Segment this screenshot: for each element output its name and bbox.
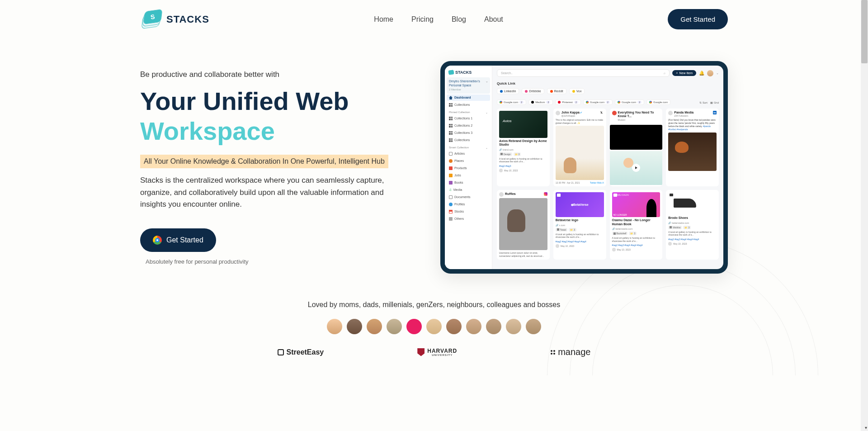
logo-manage: manage: [551, 347, 590, 357]
user-avatar: [526, 319, 541, 334]
quicklink-dribbble[interactable]: Dribbble: [522, 88, 544, 94]
chevron-down-icon[interactable]: ⌄: [716, 71, 719, 75]
pinterest-icon: [558, 101, 561, 104]
hero-title-line1: Your Unified Web: [140, 87, 422, 115]
card-image: [668, 133, 717, 171]
sort-button[interactable]: ⇅ Sort: [699, 101, 708, 104]
workspace-selector[interactable]: Dmytro Sheremetiev's Personal Space ⌄ 2 …: [447, 77, 490, 94]
get-started-header-button[interactable]: Get Started: [668, 9, 728, 29]
quicklink-vox[interactable]: Vox: [569, 88, 585, 94]
verified-icon: ✔: [580, 111, 582, 114]
instagram-icon: [544, 192, 547, 196]
sidebar-smart-articles[interactable]: Articles: [447, 151, 490, 157]
card-shoe[interactable]: Brodo Shoes 🔗 betterstacks.com Wishlist📁…: [666, 190, 719, 260]
sidebar-smart-places[interactable]: Places: [447, 158, 490, 164]
collection-icon: [449, 138, 453, 142]
grid-view-button[interactable]: ▦ Grid: [710, 101, 719, 104]
google-icon: [618, 101, 620, 104]
hero-highlight: All Your Online Knowledge & Collaboratio…: [140, 155, 388, 168]
brand-logo[interactable]: STACKS: [140, 10, 209, 28]
get-started-hero-button[interactable]: Get Started: [140, 228, 216, 252]
sidebar-item-dashboard[interactable]: Dashboard: [447, 95, 490, 101]
nav-blog[interactable]: Blog: [452, 15, 466, 24]
cta-label: Get Started: [166, 236, 203, 244]
sidebar-smart-books[interactable]: Books: [447, 180, 490, 186]
card-image: [668, 192, 717, 215]
nav-home[interactable]: Home: [374, 15, 393, 24]
sidebar-smart-jobs[interactable]: Jobs: [447, 172, 490, 179]
card-image: [610, 151, 663, 185]
jobs-icon: [449, 174, 453, 177]
quicklink-reddit[interactable]: Reddit: [547, 88, 566, 94]
filter-google-1[interactable]: Google.com2: [497, 99, 526, 105]
scrollbar-track[interactable]: ▾: [861, 0, 868, 375]
sidebar-pinned-4[interactable]: Collections: [447, 137, 490, 143]
card-video[interactable]: Everything You Need To Know T... Mudani: [610, 109, 663, 186]
bell-icon[interactable]: 🔔: [699, 71, 704, 76]
sidebar-pinned-1[interactable]: Collections 1: [447, 115, 490, 122]
filter-pinterest[interactable]: Pinterest2: [555, 99, 580, 105]
streeteasy-icon: [278, 349, 284, 355]
chart-icon: [449, 210, 453, 213]
search-icon: ⌕: [664, 71, 665, 75]
card-osamu[interactable]: OSAMU DAZAI NO LONGER Osamu Dazai - No L…: [610, 190, 663, 260]
sidebar-smart-documents[interactable]: Documents: [447, 194, 490, 200]
document-icon: [449, 195, 453, 199]
linkedin-icon: in: [713, 111, 717, 114]
sidebar-section-smart: Smart Collection⌄: [447, 144, 490, 150]
sidebar-smart-stocks[interactable]: Stocks: [447, 208, 490, 215]
user-avatar: [387, 319, 402, 334]
grid-icon: [449, 103, 453, 107]
collection-icon: [449, 131, 453, 135]
nav-about[interactable]: About: [484, 15, 503, 24]
hero-subtext: Absolutely free for personal productivit…: [146, 258, 422, 265]
google-icon: [649, 101, 652, 104]
play-icon: [689, 199, 697, 208]
google-icon: [500, 101, 502, 104]
quicklink-linkedin[interactable]: LinkedIn: [497, 88, 519, 94]
home-icon: [449, 96, 453, 99]
chevron-down-icon[interactable]: ⌄: [486, 111, 488, 114]
card-axios[interactable]: Axios Rebrand Design by Acme Studio 🔗 br…: [497, 109, 550, 186]
user-avatar[interactable]: [707, 70, 713, 76]
card-image: [610, 125, 663, 150]
filter-google-2[interactable]: Google.com2: [583, 99, 613, 105]
sidebar-smart-products[interactable]: Products: [447, 165, 490, 171]
user-avatar: [466, 319, 481, 334]
filter-google-3[interactable]: Google.com2: [615, 99, 644, 105]
sidebar-pinned-2[interactable]: Collections 2: [447, 123, 490, 129]
user-avatar: [327, 319, 342, 334]
sidebar-pinned-3[interactable]: Collections 3: [447, 130, 490, 136]
sidebar-section-pinned: Pinned Collection⌄: [447, 109, 490, 114]
avatar: [556, 111, 560, 115]
new-item-button[interactable]: +New Item: [672, 70, 696, 76]
card-betaverse[interactable]: ◈ BetaVerse Betaverse logo 🔗 x.com Tweet…: [553, 190, 606, 260]
logo-harvard: HARVARDUNIVERSITY: [417, 348, 457, 356]
user-avatar: [486, 319, 501, 334]
filter-google-4[interactable]: Google.com: [646, 99, 670, 105]
filter-medium[interactable]: Medium2: [528, 99, 553, 105]
avatar: [612, 111, 617, 115]
card-tweet[interactable]: John Kappa ✔ @JohnKappa 𝕏 This is the or…: [553, 109, 606, 186]
hero-description: Stacks is the centralized workspace wher…: [140, 175, 393, 210]
card-dog[interactable]: Ruffles Username Lorem ipsum dolor sit a…: [497, 190, 550, 260]
card-image: [556, 126, 604, 180]
dribbble-icon: [525, 90, 528, 93]
nav-pricing[interactable]: Pricing: [411, 15, 434, 24]
scrollbar-thumb[interactable]: [861, 0, 868, 63]
sidebar-smart-media[interactable]: ♫Media: [447, 187, 490, 193]
profile-icon: [449, 203, 453, 206]
search-input[interactable]: Search.. ⌕: [497, 69, 670, 77]
user-avatar: [367, 319, 382, 334]
sidebar-smart-profiles[interactable]: Profiles: [447, 201, 490, 208]
card-image: [499, 111, 547, 138]
harvard-shield-icon: [417, 348, 425, 356]
sidebar-item-collections[interactable]: Collections: [447, 102, 490, 108]
chevron-down-icon[interactable]: ⌄: [486, 146, 488, 149]
collection-icon: [449, 124, 453, 128]
social-proof-text: Loved by moms, dads, millenials, genZers…: [140, 301, 728, 309]
card-panda[interactable]: Panda Media 234 Followers in [Fun facts]…: [666, 109, 719, 186]
user-avatar: [506, 319, 521, 334]
sidebar-smart-others[interactable]: Others: [447, 216, 490, 222]
app-sidebar: STACKS Dmytro Sheremetiev's Personal Spa…: [445, 66, 492, 269]
